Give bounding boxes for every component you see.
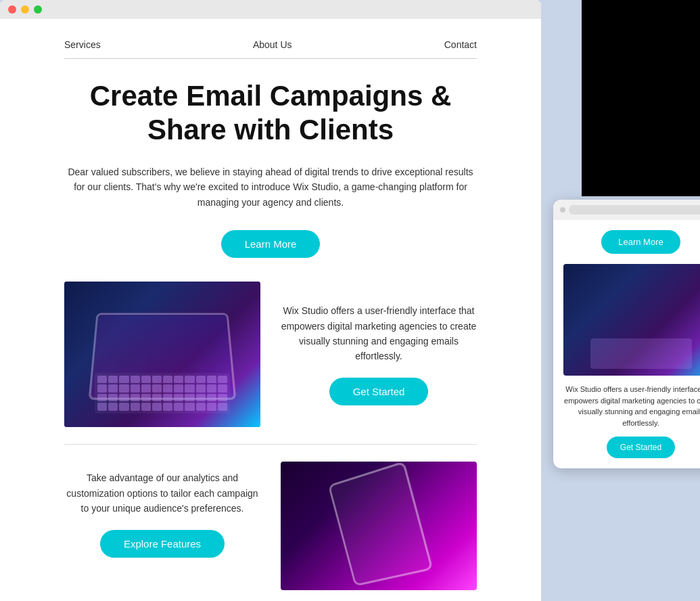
laptop-visual [64,282,260,427]
feature-description-2: Take advantage of our analytics and cust… [64,470,260,516]
nav-services[interactable]: Services [64,39,101,50]
laptop-image-2 [281,462,477,590]
browser-titlebar [0,0,541,19]
feature-row-1: Wix Studio offers a user-friendly interf… [64,282,477,427]
mobile-get-started-button[interactable]: Get Started [607,437,675,458]
mobile-device: Learn More Wix Studio offers a user-frie… [553,200,701,468]
learn-more-button[interactable]: Learn More [221,230,321,258]
learn-more-center: Learn More [64,230,477,258]
close-button[interactable] [8,5,16,14]
keyboard-visual [95,373,230,414]
tablet-visual [281,462,477,590]
explore-features-button[interactable]: Explore Features [100,530,225,558]
tablet-shape [328,462,434,586]
feature-text-2: Take advantage of our analytics and cust… [64,470,260,581]
mobile-dot [560,207,565,213]
feature-row-2: Take advantage of our analytics and cust… [64,462,477,590]
mobile-content: Learn More Wix Studio offers a user-frie… [553,220,701,468]
mobile-description: Wix Studio offers a user-friendly interf… [563,384,701,428]
minimize-button[interactable] [21,5,29,14]
section-divider [64,444,477,445]
browser-window: Services About Us Contact Create Email C… [0,0,541,601]
nav-about[interactable]: About Us [253,39,292,50]
get-started-button-1[interactable]: Get Started [329,378,429,405]
feature-text-1: Wix Studio offers a user-friendly interf… [281,303,477,405]
mobile-laptop-image [563,264,701,376]
mobile-url-bar [569,205,701,215]
hero-body: Dear valued subscribers, we believe in s… [64,164,477,210]
mobile-preview-panel: Learn More Wix Studio offers a user-frie… [541,0,700,601]
email-container: Services About Us Contact Create Email C… [51,19,490,601]
mobile-browser-bar [553,200,701,220]
hero-title: Create Email Campaigns & Share with Clie… [64,79,477,148]
black-overlay [582,0,700,196]
feature-description-1: Wix Studio offers a user-friendly interf… [281,303,477,364]
maximize-button[interactable] [34,5,42,14]
nav-contact[interactable]: Contact [444,39,477,50]
mobile-learn-more-button[interactable]: Learn More [601,230,680,254]
nav: Services About Us Contact [64,39,477,59]
laptop-image-1 [64,282,260,427]
browser-content: Services About Us Contact Create Email C… [0,19,541,601]
